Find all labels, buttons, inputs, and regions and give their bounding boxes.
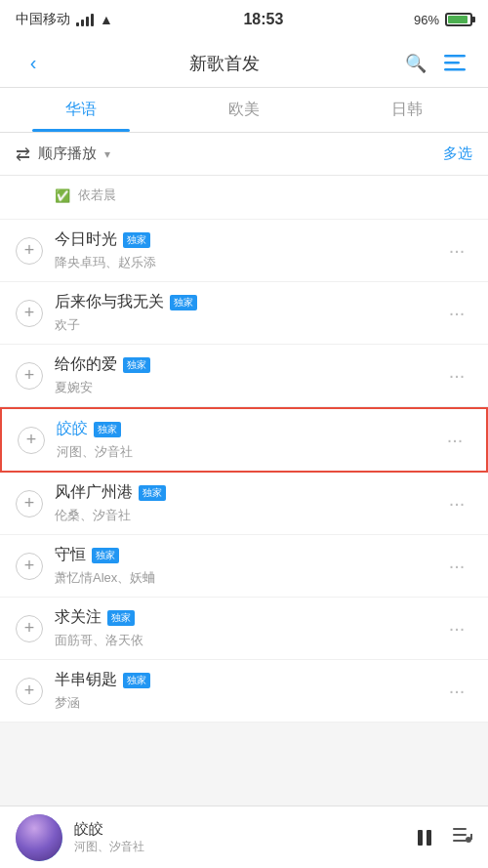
more-button[interactable]: ··· — [441, 298, 472, 329]
tab-chinese[interactable]: 华语 — [0, 88, 163, 132]
add-button[interactable]: + — [16, 615, 43, 642]
multi-select-button[interactable]: 多选 — [443, 145, 472, 163]
time-display: 18:53 — [243, 11, 283, 28]
add-button[interactable]: + — [16, 678, 43, 705]
chevron-down-icon: ▾ — [104, 147, 110, 161]
song-info: 后来你与我无关 独家 欢子 — [55, 292, 441, 334]
exclusive-badge: 独家 — [170, 295, 197, 310]
song-title: 风伴广州港 — [55, 482, 133, 503]
song-title: 后来你与我无关 — [55, 292, 164, 312]
player-thumbnail[interactable] — [16, 814, 62, 861]
svg-rect-2 — [444, 68, 466, 71]
nav-bar: ‹ 新歌首发 🔍 — [0, 39, 488, 88]
svg-rect-3 — [418, 830, 423, 846]
wifi-icon: ▲ — [100, 12, 113, 27]
svg-rect-5 — [453, 828, 467, 830]
tab-japanese-korean-label: 日韩 — [391, 100, 423, 120]
svg-rect-4 — [427, 830, 431, 846]
song-title: 给你的爱 — [55, 354, 117, 375]
add-button[interactable]: + — [16, 237, 43, 265]
list-item[interactable]: + 求关注 独家 面筋哥、洛天依 ··· — [0, 598, 488, 660]
list-item-highlighted[interactable]: + 皎皎 独家 河图、汐音社 ··· — [0, 407, 488, 473]
exclusive-badge: 独家 — [94, 422, 121, 437]
search-button[interactable]: 🔍 — [398, 46, 433, 81]
song-info: 半串钥匙 独家 梦涵 — [55, 670, 441, 712]
status-right: 96% — [414, 13, 472, 27]
carrier-text: 中国移动 — [16, 11, 70, 28]
svg-rect-1 — [444, 62, 460, 64]
song-info: 今日时光 独家 降央卓玛、赵乐添 — [55, 229, 441, 271]
order-label[interactable]: 顺序播放 — [38, 145, 97, 163]
list-item[interactable]: ✅ 依若晨 — [0, 176, 488, 220]
header-artist-info: ✅ 依若晨 — [55, 186, 472, 208]
battery-icon — [445, 13, 472, 26]
pause-icon — [414, 827, 435, 848]
playlist-button[interactable] — [451, 824, 472, 850]
menu-icon — [444, 55, 466, 72]
song-artist: 面筋哥、洛天依 — [55, 632, 441, 649]
tab-western[interactable]: 欧美 — [163, 88, 326, 132]
add-button[interactable]: + — [16, 490, 43, 517]
back-icon: ‹ — [30, 52, 37, 74]
tabs-bar: 华语 欧美 日韩 — [0, 88, 488, 133]
player-controls — [414, 824, 472, 850]
song-artist: 欢子 — [55, 316, 441, 334]
exclusive-badge: 独家 — [107, 610, 135, 626]
song-title: 求关注 — [55, 607, 102, 628]
list-item[interactable]: + 半串钥匙 独家 梦涵 ··· — [0, 660, 488, 723]
list-item[interactable]: + 给你的爱 独家 夏婉安 ··· — [0, 345, 488, 407]
song-artist: 降央卓玛、赵乐添 — [55, 254, 441, 271]
status-bar: 中国移动 ▲ 18:53 96% — [0, 0, 488, 39]
pause-button[interactable] — [414, 827, 435, 848]
add-button[interactable]: + — [16, 300, 43, 327]
battery-percent: 96% — [414, 13, 439, 27]
song-artist: 夏婉安 — [55, 379, 441, 396]
more-button[interactable]: ··· — [441, 235, 472, 267]
signal-icon — [76, 13, 94, 26]
add-button[interactable]: + — [16, 362, 43, 390]
tab-chinese-label: 华语 — [65, 100, 97, 120]
more-button[interactable]: ··· — [441, 613, 472, 644]
add-button[interactable]: + — [18, 427, 45, 454]
song-title: 半串钥匙 — [55, 670, 117, 690]
bottom-player[interactable]: 皎皎 河图、汐音社 — [0, 806, 488, 868]
playlist-icon — [451, 824, 472, 846]
song-artist: 河图、汐音社 — [57, 443, 439, 461]
song-info: 给你的爱 独家 夏婉安 — [55, 354, 441, 396]
add-button[interactable]: + — [16, 553, 43, 580]
svg-rect-0 — [444, 55, 466, 58]
song-info: 皎皎 独家 河图、汐音社 — [57, 419, 439, 461]
menu-button[interactable] — [437, 46, 472, 81]
exclusive-badge: 独家 — [123, 673, 150, 688]
song-artist: 梦涵 — [55, 694, 441, 712]
more-button[interactable]: ··· — [441, 360, 472, 392]
more-button[interactable]: ··· — [439, 425, 470, 456]
more-button[interactable]: ··· — [441, 676, 472, 707]
order-icon: ⇄ — [16, 144, 30, 165]
more-button[interactable]: ··· — [441, 488, 472, 519]
song-artist: 萧忆情Alex、妖蛐 — [55, 569, 441, 587]
list-item[interactable]: + 风伴广州港 独家 伦桑、汐音社 ··· — [0, 473, 488, 535]
list-item[interactable]: + 守恒 独家 萧忆情Alex、妖蛐 ··· — [0, 535, 488, 598]
player-info: 皎皎 河图、汐音社 — [74, 820, 402, 855]
song-title: 皎皎 — [57, 419, 88, 439]
list-item[interactable]: + 后来你与我无关 独家 欢子 ··· — [0, 282, 488, 345]
page-title: 新歌首发 — [51, 52, 398, 75]
song-info: 风伴广州港 独家 伦桑、汐音社 — [55, 482, 441, 524]
more-button[interactable]: ··· — [441, 551, 472, 582]
song-artist: 伦桑、汐音社 — [55, 507, 441, 524]
header-artist-name: 依若晨 — [78, 186, 116, 204]
exclusive-badge: 独家 — [92, 548, 119, 563]
song-info: 守恒 独家 萧忆情Alex、妖蛐 — [55, 545, 441, 587]
player-current-title: 皎皎 — [74, 820, 402, 839]
svg-rect-7 — [453, 840, 467, 842]
verified-icon: ✅ — [55, 188, 70, 203]
svg-rect-6 — [453, 834, 467, 836]
tab-japanese-korean[interactable]: 日韩 — [325, 88, 488, 132]
status-left: 中国移动 ▲ — [16, 11, 113, 28]
list-item[interactable]: + 今日时光 独家 降央卓玛、赵乐添 ··· — [0, 220, 488, 282]
exclusive-badge: 独家 — [139, 485, 166, 501]
song-list: ✅ 依若晨 + 今日时光 独家 降央卓玛、赵乐添 ··· + 后来你与我无关 独… — [0, 176, 488, 723]
player-current-artist: 河图、汐音社 — [74, 839, 402, 855]
back-button[interactable]: ‹ — [16, 46, 51, 81]
